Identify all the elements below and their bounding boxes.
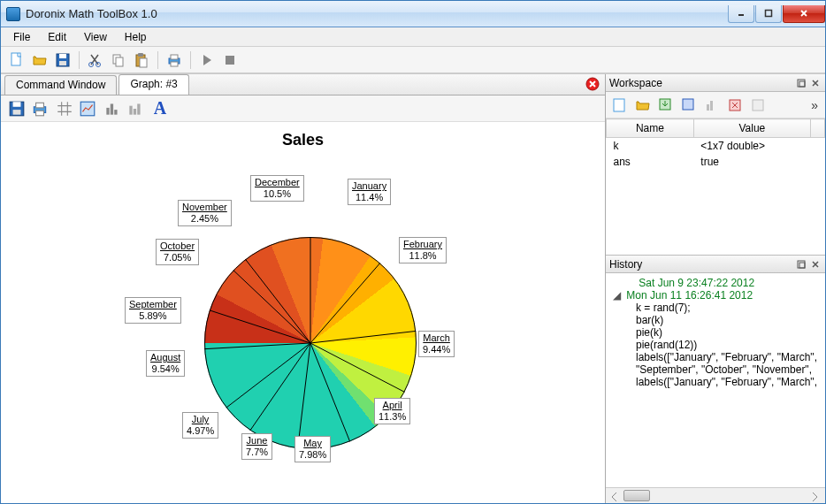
svg-rect-15 [171, 62, 178, 66]
ws-delete-button[interactable] [724, 95, 746, 116]
maximize-button[interactable] [755, 5, 782, 23]
axes-box-button[interactable] [77, 98, 98, 119]
menubar: File Edit View Help [1, 27, 825, 47]
workspace-header: Workspace [606, 74, 825, 92]
graph-print-button[interactable] [29, 98, 50, 119]
tab-row: Command Window Graph: #3 [1, 74, 605, 95]
workspace-close-button[interactable] [809, 77, 822, 89]
main-toolbar [1, 47, 825, 73]
close-button[interactable] [783, 5, 825, 23]
titlebar[interactable]: Doronix Math ToolBox 1.0 [1, 1, 825, 27]
graph-save-button[interactable] [6, 98, 27, 119]
menu-edit[interactable]: Edit [39, 28, 75, 46]
history-scrollbar[interactable] [606, 487, 825, 503]
bar-chart-alt-button[interactable] [125, 98, 146, 119]
svg-rect-27 [114, 110, 117, 115]
chart-title: Sales [1, 131, 605, 149]
svg-rect-11 [138, 53, 143, 57]
pie-label: September5.89% [125, 297, 181, 324]
run-button[interactable] [196, 50, 218, 71]
ws-open-button[interactable] [632, 95, 654, 116]
new-file-button[interactable] [6, 50, 27, 71]
svg-rect-20 [13, 110, 21, 115]
pie-label: August9.54% [146, 350, 185, 377]
svg-rect-19 [13, 102, 21, 107]
svg-rect-47 [683, 99, 693, 110]
svg-rect-25 [106, 107, 109, 114]
history-date[interactable]: ◢ Mon Jun 11 16:26:41 2012 [611, 289, 820, 302]
save-button[interactable] [52, 50, 73, 71]
graph-area[interactable]: Sales January11.4%February11.8%March9.44… [1, 122, 605, 503]
cut-button[interactable] [85, 50, 106, 71]
menu-help[interactable]: Help [116, 28, 156, 46]
history-date[interactable]: Sat Jun 9 23:47:22 2012 [611, 277, 820, 289]
svg-rect-2 [11, 53, 20, 65]
svg-rect-12 [140, 58, 147, 67]
ws-save-button[interactable] [678, 95, 700, 116]
pie-label: July4.97% [182, 412, 218, 439]
table-row[interactable]: k<1x7 double> [607, 138, 825, 155]
history-command[interactable]: k = rand(7); [611, 302, 820, 314]
history-panel: History Sat Jun 9 23:47:22 2012◢ Mon Jun… [606, 256, 825, 503]
history-command[interactable]: bar(k) [611, 314, 820, 326]
svg-rect-29 [134, 109, 136, 115]
tab-close-button[interactable] [585, 77, 600, 91]
svg-rect-28 [129, 105, 132, 114]
stop-button[interactable] [219, 50, 241, 71]
svg-rect-52 [798, 261, 805, 268]
svg-rect-1 [766, 11, 772, 17]
ws-col-name[interactable]: Name [607, 119, 694, 138]
svg-rect-26 [111, 103, 113, 114]
ws-col-value[interactable]: Value [693, 119, 810, 138]
pie-label: November2.45% [178, 200, 232, 226]
table-row[interactable]: anstrue [607, 154, 825, 170]
ws-new-var-button[interactable] [609, 95, 631, 116]
pie-label: April11.3% [374, 398, 410, 424]
bar-chart-button[interactable] [102, 98, 123, 119]
svg-rect-53 [799, 263, 805, 268]
history-title: History [609, 258, 642, 271]
side-panel: Workspace » Name Valu [606, 74, 825, 503]
history-command[interactable]: pie(rand(12)) [611, 339, 820, 351]
copy-button[interactable] [108, 50, 129, 71]
scrollbar-thumb[interactable] [623, 490, 650, 501]
menu-file[interactable]: File [4, 28, 39, 46]
graph-toolbar: A [1, 95, 605, 122]
history-undock-button[interactable] [795, 258, 807, 271]
ws-plot-button[interactable] [701, 95, 723, 116]
svg-rect-23 [36, 111, 44, 116]
history-command[interactable]: labels(["January", "February", "March", [611, 351, 820, 363]
workspace-table[interactable]: Name Value k<1x7 double>anstrue [606, 118, 825, 256]
tab-command-window[interactable]: Command Window [4, 75, 117, 95]
workspace-undock-button[interactable] [795, 77, 807, 89]
svg-rect-48 [707, 104, 709, 111]
app-icon [6, 7, 20, 21]
window-title: Doronix Math ToolBox 1.0 [26, 7, 727, 20]
pie-label: June7.7% [241, 433, 272, 460]
text-annotation-button[interactable]: A [149, 98, 171, 119]
history-command[interactable]: pie(k) [611, 326, 820, 339]
pie-label: March9.44% [418, 331, 455, 357]
paste-button[interactable] [131, 50, 152, 71]
svg-rect-16 [226, 56, 234, 65]
print-button[interactable] [164, 50, 185, 71]
ws-clear-button[interactable] [747, 95, 769, 116]
pie-label: December10.5% [250, 175, 304, 202]
pie-label: January11.4% [348, 179, 391, 205]
pie-label: February11.8% [399, 237, 447, 263]
ws-import-button[interactable] [655, 95, 677, 116]
minimize-button[interactable] [728, 5, 754, 23]
open-file-button[interactable] [29, 50, 50, 71]
grid-toggle-button[interactable] [54, 98, 75, 119]
pie-label: October7.05% [156, 239, 199, 265]
tab-graph[interactable]: Graph: #3 [119, 74, 188, 95]
menu-view[interactable]: View [75, 28, 116, 46]
history-command[interactable]: "September", "October", "November", [611, 363, 820, 376]
history-header: History [606, 256, 825, 273]
svg-rect-45 [614, 99, 624, 111]
history-command[interactable]: labels(["January", "February", "March", [611, 376, 820, 388]
ws-more-button[interactable]: » [807, 98, 822, 112]
main-panel: Command Window Graph: #3 A Sales [1, 74, 606, 503]
history-close-button[interactable] [809, 258, 822, 271]
history-list[interactable]: Sat Jun 9 23:47:22 2012◢ Mon Jun 11 16:2… [606, 273, 825, 487]
